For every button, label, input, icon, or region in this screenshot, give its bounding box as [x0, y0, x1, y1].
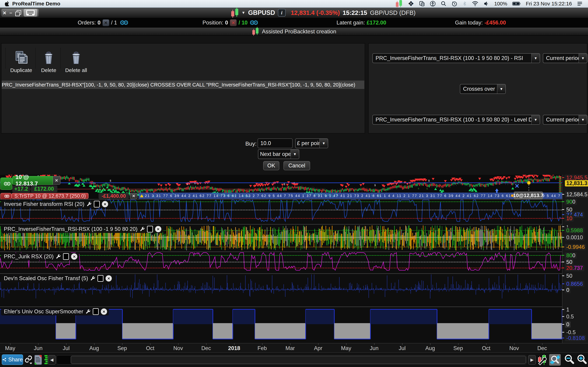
scroll-right-button[interactable]: ▶: [528, 355, 536, 365]
close-icon[interactable]: ×: [101, 309, 107, 315]
notification-list-icon[interactable]: [577, 0, 583, 7]
close-stop-badge-icon[interactable]: ×: [130, 193, 138, 199]
dropbox-icon[interactable]: ❖: [408, 0, 414, 7]
axis-label: -0.9946: [565, 244, 586, 250]
instrument-candles-icon: [231, 8, 239, 17]
month-tick: [514, 343, 515, 345]
month-tick: [122, 343, 122, 345]
chart-settings-icon[interactable]: [538, 354, 547, 365]
wrench-icon[interactable]: [56, 254, 61, 259]
wrench-icon[interactable]: [90, 276, 95, 281]
axis-tick: [562, 218, 564, 219]
month-label: Mar: [285, 345, 295, 351]
zoom-out-icon[interactable]: [564, 354, 574, 365]
close-position-icon[interactable]: ×: [230, 19, 237, 26]
toolbar-button-delete-all[interactable]: Delete all: [62, 47, 91, 73]
month-tick: [262, 343, 262, 345]
position-settings-gears-icon[interactable]: ⚙⚙: [249, 19, 257, 26]
executions-band-numbers: 21 3 31 77 6 39 44 2 41 62 77 14 73 6 61…: [145, 194, 562, 198]
month-tick: [150, 343, 150, 345]
bluetooth-icon[interactable]: [462, 0, 467, 7]
condition-row[interactable]: PRC_InverseFisherTrans_RSI-RSX"[100, -1,…: [2, 81, 364, 89]
apple-menu-icon[interactable]: [5, 0, 9, 7]
app-name[interactable]: ProRealTime Demo: [12, 1, 60, 7]
month-tick: [346, 343, 346, 345]
share-button[interactable]: Share: [2, 354, 23, 365]
ok-button[interactable]: OK: [263, 161, 279, 170]
link-chart-icon[interactable]: [25, 355, 33, 365]
depth-tick: [559, 186, 562, 187]
period-a-dropdown[interactable]: Current period▼: [543, 53, 587, 63]
toolbar-button-delete[interactable]: Delete: [37, 47, 61, 73]
info-icon[interactable]: i: [278, 9, 285, 17]
axis-tick: [562, 201, 564, 202]
spotlight-search-icon[interactable]: [441, 0, 447, 7]
period-b-dropdown[interactable]: Current period▼: [543, 115, 587, 125]
axis-tick: [562, 214, 564, 215]
battery-icon[interactable]: [512, 0, 521, 7]
chart-scrollbar[interactable]: [56, 355, 527, 365]
toolbar-delete-icon: [70, 51, 82, 66]
indicator-label: Dev'n Scaled Osc Fisher Transf (5): [4, 275, 88, 282]
wrench-icon[interactable]: [86, 201, 92, 207]
wrench-icon[interactable]: [140, 226, 145, 232]
zoom-in-icon[interactable]: [576, 354, 587, 365]
accessibility-icon[interactable]: [430, 0, 436, 7]
instrument-label: GBP/USD (DFB): [370, 9, 416, 16]
menubar-clock[interactable]: Fri 23 Nov 15:22:16: [526, 1, 572, 7]
level-line: [0, 268, 562, 268]
month-tick: [66, 343, 67, 345]
month-label: Aug: [425, 345, 435, 351]
cancel-button[interactable]: Cancel: [284, 161, 310, 170]
axis-label: 0.5: [565, 314, 575, 320]
close-icon[interactable]: ×: [102, 201, 108, 207]
month-label: 2018: [228, 345, 240, 351]
indicator-label: PRC_InverseFisherTrans_RSI-RSX (100 -1 9…: [4, 226, 138, 232]
indicator-a-dropdown[interactable]: PRC_InverseFisherTrans_RSI-RSX (100 -1 9…: [372, 53, 540, 63]
buy-unit-dropdown[interactable]: £ per point▼: [295, 138, 328, 148]
window-icon[interactable]: [93, 308, 99, 315]
chart-area[interactable]: ⚙⚙10 @ 12,813.7×+17.2£172.00⚙⚙S:TrSTP 10…: [0, 175, 588, 343]
indicator-b-dropdown[interactable]: PRC_InverseFisherTrans_RSI-RSX (100 -1 9…: [372, 115, 540, 125]
window-icon[interactable]: [97, 275, 104, 282]
cancel-orders-icon[interactable]: ×: [102, 19, 109, 26]
entry-timing-dropdown[interactable]: Next bar open▼: [258, 149, 299, 159]
sync-windows-icon[interactable]: [419, 0, 425, 7]
scrollbar-thumb[interactable]: [71, 356, 526, 364]
close-position-badge-icon[interactable]: ×: [53, 176, 61, 185]
scroll-left-button[interactable]: ◀: [48, 355, 56, 365]
toolbar-button-duplicate[interactable]: Duplicate: [7, 47, 36, 73]
window-icon[interactable]: [94, 201, 100, 208]
share-label: Share: [8, 357, 23, 363]
zoom-fit-icon[interactable]: [549, 354, 561, 366]
stop-gears-badge[interactable]: ⚙⚙: [0, 193, 12, 199]
symbol-dropdown-caret[interactable]: ▼: [242, 10, 245, 15]
volume-icon[interactable]: [483, 0, 489, 7]
minimize-window-icon[interactable]: –: [9, 10, 12, 15]
axis-label-extra: .737: [572, 265, 583, 271]
trades-report-icon[interactable]: [34, 355, 42, 366]
restore-window-icon[interactable]: [15, 10, 20, 15]
close-icon[interactable]: ×: [105, 275, 112, 282]
buy-quantity-input[interactable]: 10.0: [258, 138, 293, 148]
orders-settings-gears-icon[interactable]: ⚙⚙: [120, 19, 127, 26]
window-icon[interactable]: [147, 226, 153, 233]
time-machine-icon[interactable]: [451, 0, 458, 7]
strategy-gears-badge[interactable]: ⚙⚙: [0, 178, 12, 190]
operator-dropdown[interactable]: Crosses over▼: [460, 84, 506, 94]
wifi-icon[interactable]: [472, 0, 478, 7]
axis-tick: [562, 226, 564, 227]
close-icon[interactable]: ×: [71, 253, 77, 260]
axis-tick: [562, 194, 564, 195]
close-icon[interactable]: ×: [155, 226, 161, 232]
axis-label: 12,831.3: [565, 180, 588, 186]
symbol-name[interactable]: GBPUSD: [248, 9, 275, 17]
price-panel[interactable]: ⚙⚙10 @ 12,813.7×+17.2£172.00⚙⚙S:TrSTP 10…: [0, 175, 562, 199]
prorealtime-candles-icon[interactable]: [395, 0, 403, 7]
axis-label: -0.8108: [565, 335, 586, 341]
window-icon[interactable]: [63, 253, 69, 260]
close-window-icon[interactable]: ×: [3, 10, 6, 16]
month-tick: [94, 343, 95, 345]
wrench-icon[interactable]: [85, 309, 91, 314]
keyboard-icon[interactable]: [24, 9, 37, 17]
